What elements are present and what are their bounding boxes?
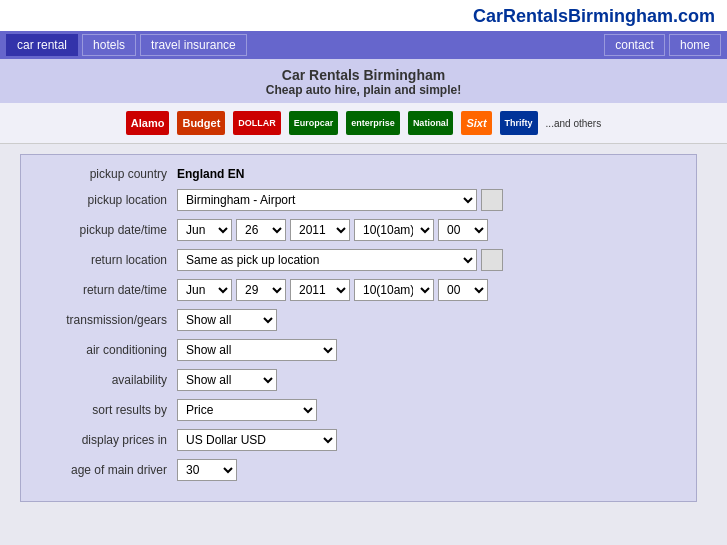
main-area: pickup country England EN pickup locatio…: [0, 144, 727, 512]
availability-label: availability: [37, 373, 177, 387]
return-location-control: Same as pick up location: [177, 249, 503, 271]
nav-hotels[interactable]: hotels: [82, 34, 136, 56]
pickup-year-select[interactable]: 2011: [290, 219, 350, 241]
nav-bar: car rental hotels travel insurance conta…: [0, 31, 727, 59]
ac-row: air conditioning Show all: [37, 339, 680, 361]
return-month-select[interactable]: Jun: [177, 279, 232, 301]
ac-label: air conditioning: [37, 343, 177, 357]
pickup-datetime-label: pickup date/time: [37, 223, 177, 237]
hero-title: Car Rentals Birmingham: [0, 67, 727, 83]
pickup-day-select[interactable]: 26: [236, 219, 286, 241]
brands-bar: Alamo Budget DOLLAR Europcar enterprise …: [0, 103, 727, 144]
age-row: age of main driver 30: [37, 459, 680, 481]
pickup-datetime-control: Jun 26 2011 10(10am): 00: [177, 219, 488, 241]
brand-sixt[interactable]: Sixt: [461, 111, 491, 135]
sort-control: Price: [177, 399, 317, 421]
brand-thrifty[interactable]: Thrifty: [500, 111, 538, 135]
transmission-select[interactable]: Show all: [177, 309, 277, 331]
return-day-select[interactable]: 29: [236, 279, 286, 301]
nav-left: car rental hotels travel insurance: [6, 34, 247, 56]
site-title: CarRentalsBirmingham.com: [0, 0, 727, 31]
availability-row: availability Show all: [37, 369, 680, 391]
brand-europcar[interactable]: Europcar: [289, 111, 339, 135]
return-location-row: return location Same as pick up location: [37, 249, 680, 271]
return-datetime-row: return date/time Jun 29 2011 10(10am): 0…: [37, 279, 680, 301]
age-control: 30: [177, 459, 237, 481]
nav-car-rental[interactable]: car rental: [6, 34, 78, 56]
nav-home[interactable]: home: [669, 34, 721, 56]
sort-select[interactable]: Price: [177, 399, 317, 421]
return-datetime-control: Jun 29 2011 10(10am): 00: [177, 279, 488, 301]
ac-select[interactable]: Show all: [177, 339, 337, 361]
availability-select[interactable]: Show all: [177, 369, 277, 391]
return-location-select[interactable]: Same as pick up location: [177, 249, 477, 271]
display-row: display prices in US Dollar USD: [37, 429, 680, 451]
brand-others: ...and others: [546, 118, 602, 129]
return-hour-select[interactable]: 10(10am):: [354, 279, 434, 301]
pickup-map-button[interactable]: [481, 189, 503, 211]
pickup-country-control: England EN: [177, 167, 244, 181]
brand-national[interactable]: National: [408, 111, 454, 135]
nav-contact[interactable]: contact: [604, 34, 665, 56]
sort-row: sort results by Price: [37, 399, 680, 421]
return-map-button[interactable]: [481, 249, 503, 271]
brand-enterprise[interactable]: enterprise: [346, 111, 400, 135]
pickup-country-label: pickup country: [37, 167, 177, 181]
return-year-select[interactable]: 2011: [290, 279, 350, 301]
nav-right: contact home: [604, 34, 721, 56]
transmission-control: Show all: [177, 309, 277, 331]
pickup-country-row: pickup country England EN: [37, 167, 680, 181]
hero-subtitle: Cheap auto hire, plain and simple!: [0, 83, 727, 97]
ac-control: Show all: [177, 339, 337, 361]
pickup-country-value: England EN: [177, 167, 244, 181]
hero-section: Car Rentals Birmingham Cheap auto hire, …: [0, 59, 727, 103]
pickup-datetime-row: pickup date/time Jun 26 2011 10(10am): 0…: [37, 219, 680, 241]
display-label: display prices in: [37, 433, 177, 447]
age-select[interactable]: 30: [177, 459, 237, 481]
pickup-month-select[interactable]: Jun: [177, 219, 232, 241]
pickup-location-control: Birmingham - Airport: [177, 189, 503, 211]
return-location-label: return location: [37, 253, 177, 267]
nav-travel-insurance[interactable]: travel insurance: [140, 34, 247, 56]
brand-alamo[interactable]: Alamo: [126, 111, 170, 135]
search-form: pickup country England EN pickup locatio…: [20, 154, 697, 502]
age-label: age of main driver: [37, 463, 177, 477]
currency-select[interactable]: US Dollar USD: [177, 429, 337, 451]
brand-dollar[interactable]: DOLLAR: [233, 111, 281, 135]
sort-label: sort results by: [37, 403, 177, 417]
pickup-min-select[interactable]: 00: [438, 219, 488, 241]
availability-control: Show all: [177, 369, 277, 391]
transmission-row: transmission/gears Show all: [37, 309, 680, 331]
pickup-location-select[interactable]: Birmingham - Airport: [177, 189, 477, 211]
pickup-location-label: pickup location: [37, 193, 177, 207]
brand-budget[interactable]: Budget: [177, 111, 225, 135]
pickup-hour-select[interactable]: 10(10am):: [354, 219, 434, 241]
transmission-label: transmission/gears: [37, 313, 177, 327]
display-control: US Dollar USD: [177, 429, 337, 451]
return-min-select[interactable]: 00: [438, 279, 488, 301]
return-datetime-label: return date/time: [37, 283, 177, 297]
pickup-location-row: pickup location Birmingham - Airport: [37, 189, 680, 211]
